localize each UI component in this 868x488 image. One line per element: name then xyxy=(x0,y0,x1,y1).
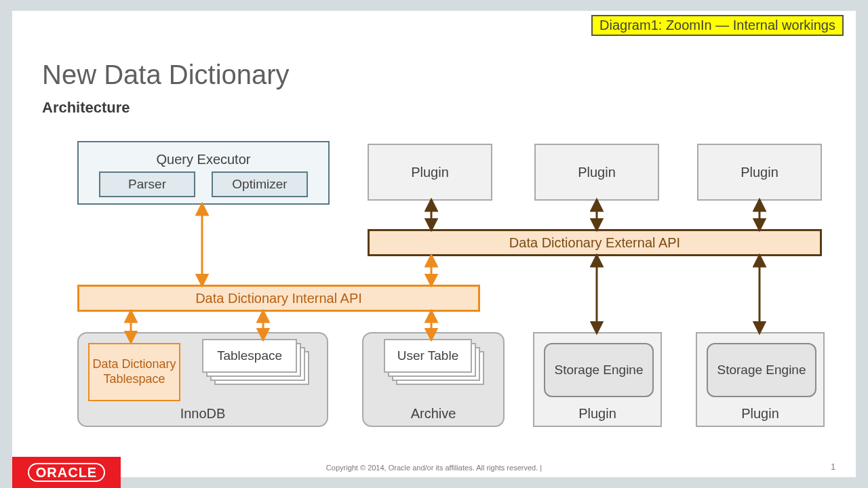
plugin-group-1-label: Plugin xyxy=(534,406,660,422)
parser-box: Parser xyxy=(99,171,195,197)
oracle-logo-text: ORACLE xyxy=(28,463,105,482)
page-number: 1 xyxy=(831,462,835,472)
user-table-stack: User Table xyxy=(384,339,495,400)
oracle-logo: ORACLE xyxy=(12,457,121,488)
plugin-group-1: Storage Engine Plugin xyxy=(533,332,662,427)
slide-subtitle: Architecture xyxy=(42,99,130,117)
user-table-box: User Table xyxy=(384,339,472,373)
plugin-group-2: Storage Engine Plugin xyxy=(696,332,825,427)
plugin-group-2-label: Plugin xyxy=(697,406,823,422)
query-executor-label: Query Executor xyxy=(157,152,251,167)
storage-engine-2: Storage Engine xyxy=(707,343,816,397)
plugin-top-2: Plugin xyxy=(534,144,659,201)
internal-api-box: Data Dictionary Internal API xyxy=(77,285,480,312)
tablespace-stack: Tablespace xyxy=(202,339,317,400)
diagram-badge: Diagram1: ZoomIn — Internal workings xyxy=(591,15,844,36)
storage-engine-1: Storage Engine xyxy=(544,343,654,397)
innodb-label: InnoDB xyxy=(79,406,327,422)
plugin-top-1: Plugin xyxy=(368,144,492,201)
slide-title: New Data Dictionary xyxy=(42,60,290,90)
tablespace-box: Tablespace xyxy=(202,339,297,373)
optimizer-box: Optimizer xyxy=(212,171,308,197)
external-api-box: Data Dictionary External API xyxy=(368,229,822,256)
copyright: Copyright © 2014, Oracle and/or its affi… xyxy=(12,464,856,472)
query-executor-box: Query Executor Parser Optimizer xyxy=(77,141,330,205)
dd-tablespace-box: Data Dictionary Tablespace xyxy=(88,343,180,401)
plugin-top-3: Plugin xyxy=(697,144,822,201)
archive-label: Archive xyxy=(363,406,503,422)
slide: Diagram1: ZoomIn — Internal workings New… xyxy=(12,11,856,477)
